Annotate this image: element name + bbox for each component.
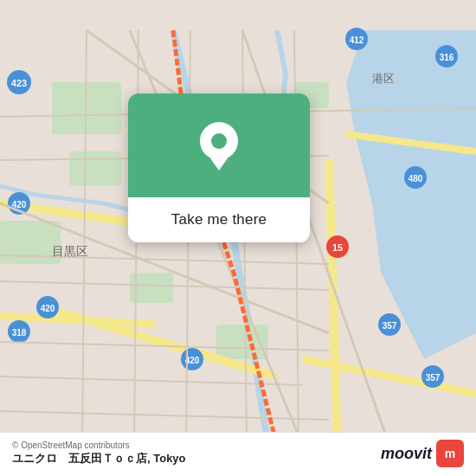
svg-rect-3 <box>69 151 121 186</box>
moovit-letter: m <box>445 447 455 460</box>
svg-text:480: 480 <box>408 174 423 183</box>
pin-circle <box>200 122 238 160</box>
pin-inner <box>211 133 227 149</box>
bottom-bar: © OpenStreetMap contributors ユニクロ 五反田Ｔｏｃ… <box>0 432 476 476</box>
take-me-there-button[interactable]: Take me there <box>128 197 310 242</box>
svg-text:412: 412 <box>350 35 364 45</box>
moovit-wordmark: moovit <box>381 445 432 463</box>
svg-text:420: 420 <box>41 304 55 313</box>
attribution: © OpenStreetMap contributors <box>12 441 186 450</box>
moovit-logo: moovit m <box>381 440 464 467</box>
svg-text:318: 318 <box>12 328 27 338</box>
bottom-info: © OpenStreetMap contributors ユニクロ 五反田Ｔｏｃ… <box>12 441 186 466</box>
popup-map-preview <box>128 93 310 197</box>
svg-text:423: 423 <box>11 78 27 88</box>
svg-text:316: 316 <box>440 53 454 62</box>
location-name: ユニクロ 五反田Ｔｏｃ店, Tokyo <box>12 451 186 466</box>
map-pin <box>200 122 238 170</box>
map-container: 423 420 420 318 420 15 480 316 357 357 4… <box>0 0 476 476</box>
location-popup: Take me there <box>128 93 310 242</box>
svg-text:15: 15 <box>332 242 343 253</box>
moovit-icon: m <box>436 440 464 467</box>
svg-text:港区: 港区 <box>372 72 395 85</box>
svg-text:357: 357 <box>426 373 441 383</box>
svg-text:357: 357 <box>383 321 397 331</box>
pin-tail <box>210 158 228 170</box>
svg-text:目黒区: 目黒区 <box>52 244 88 258</box>
